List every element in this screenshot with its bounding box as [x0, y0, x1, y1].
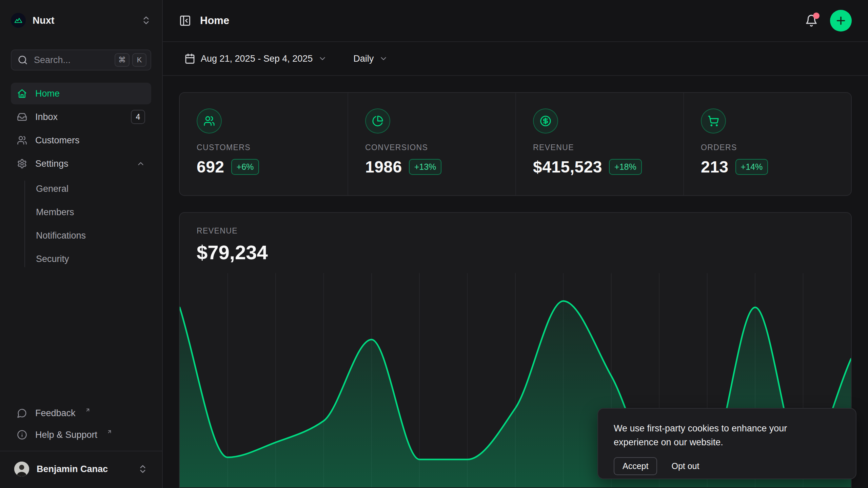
stat-label: CUSTOMERS — [197, 143, 331, 152]
stat-conversions[interactable]: CONVERSIONS 1986 +13% — [348, 93, 515, 195]
stat-delta-badge: +14% — [735, 159, 768, 175]
panel-left-close-icon — [179, 15, 191, 27]
chevrons-up-down-icon — [141, 15, 151, 25]
notification-dot — [813, 13, 820, 19]
inbox-icon — [17, 112, 27, 122]
sidebar: Nuxt ⌘ K — [0, 0, 163, 488]
search-input[interactable] — [33, 55, 109, 66]
sidebar-item-label: Home — [35, 88, 60, 99]
user-menu[interactable]: Benjamin Canac — [11, 457, 151, 481]
chevron-up-icon — [136, 159, 145, 168]
page-header: Home — [163, 0, 868, 42]
sidebar-item-general[interactable]: General — [11, 178, 151, 200]
external-link-icon — [85, 407, 91, 413]
stat-delta-badge: +6% — [231, 159, 259, 175]
sidebar-item-security[interactable]: Security — [11, 248, 151, 270]
page-title: Home — [200, 15, 229, 27]
stat-label: CONVERSIONS — [365, 143, 498, 152]
date-range-label: Aug 21, 2025 - Sep 4, 2025 — [201, 54, 313, 64]
stat-customers[interactable]: CUSTOMERS 692 +6% — [180, 93, 348, 195]
sidebar-item-inbox[interactable]: Inbox 4 — [11, 106, 151, 128]
sidebar-item-label: Settings — [35, 159, 68, 169]
chevron-down-icon — [318, 54, 327, 63]
sidebar-nav: Home Inbox 4 C — [11, 83, 151, 270]
sidebar-item-notifications[interactable]: Notifications — [11, 225, 151, 246]
calendar-icon — [184, 53, 195, 64]
period-label: Daily — [353, 54, 374, 64]
sidebar-item-label: General — [36, 184, 68, 194]
stat-revenue[interactable]: REVENUE $415,523 +18% — [515, 93, 683, 195]
feedback-label: Feedback — [35, 408, 76, 419]
avatar — [14, 462, 29, 476]
sidebar-item-settings[interactable]: Settings — [11, 153, 151, 175]
sidebar-item-label: Inbox — [35, 112, 58, 122]
inbox-count-badge: 4 — [131, 110, 145, 124]
help-support-link[interactable]: Help & Support — [11, 425, 151, 445]
period-select[interactable]: Daily — [348, 48, 393, 69]
pie-chart-icon — [365, 108, 390, 134]
search-box[interactable]: ⌘ K — [11, 49, 151, 70]
users-icon — [197, 108, 222, 134]
revenue-chart-label: REVENUE — [197, 226, 834, 236]
sidebar-collapse-button[interactable] — [179, 15, 191, 27]
workspace-selector[interactable]: Nuxt — [11, 9, 151, 31]
notifications-button[interactable] — [805, 14, 818, 27]
add-button[interactable] — [830, 10, 852, 32]
users-icon — [17, 135, 27, 145]
user-name: Benjamin Canac — [37, 464, 108, 474]
stat-orders[interactable]: ORDERS 213 +14% — [683, 93, 851, 195]
date-range-picker[interactable]: Aug 21, 2025 - Sep 4, 2025 — [179, 48, 332, 69]
gear-icon — [17, 159, 27, 169]
home-icon — [17, 88, 27, 99]
accept-button[interactable]: Accept — [614, 457, 657, 475]
chevron-down-icon — [379, 54, 388, 63]
search-shortcut: ⌘ K — [115, 53, 146, 67]
filters-toolbar: Aug 21, 2025 - Sep 4, 2025 Daily — [163, 42, 868, 76]
external-link-icon — [107, 429, 112, 434]
stat-label: ORDERS — [701, 143, 834, 152]
cookie-banner: We use first-party cookies to enhance yo… — [597, 408, 856, 479]
help-support-label: Help & Support — [35, 430, 97, 440]
stat-value: 692 — [197, 158, 224, 176]
kbd-k: K — [132, 53, 146, 67]
stat-delta-badge: +13% — [409, 159, 442, 175]
plus-icon — [835, 15, 847, 27]
chevrons-up-down-icon — [138, 464, 148, 474]
circle-dollar-icon — [533, 108, 558, 134]
stat-value: 1986 — [365, 158, 402, 176]
sidebar-item-customers[interactable]: Customers — [11, 129, 151, 151]
opt-out-button[interactable]: Opt out — [671, 461, 699, 471]
stat-delta-badge: +18% — [609, 159, 642, 175]
brand-name: Nuxt — [33, 15, 54, 26]
settings-subnav: General Members Notifications Security — [11, 178, 151, 270]
kbd-cmd: ⌘ — [115, 53, 130, 67]
sidebar-item-label: Security — [36, 254, 69, 264]
sidebar-item-home[interactable]: Home — [11, 83, 151, 104]
cookie-message: We use first-party cookies to enhance yo… — [614, 422, 821, 449]
stats-card: CUSTOMERS 692 +6% CONVERSIONS 1986 — [179, 92, 852, 196]
shopping-cart-icon — [701, 108, 726, 134]
stat-value: $415,523 — [533, 158, 602, 176]
sidebar-item-members[interactable]: Members — [11, 201, 151, 223]
sidebar-item-label: Customers — [35, 135, 80, 146]
sidebar-item-label: Members — [36, 207, 74, 218]
search-icon — [18, 55, 28, 65]
revenue-chart-value: $79,234 — [197, 241, 834, 264]
sidebar-footer: Feedback Help & Support — [11, 403, 151, 445]
feedback-link[interactable]: Feedback — [11, 403, 151, 423]
stat-value: 213 — [701, 158, 729, 176]
stat-label: REVENUE — [533, 143, 666, 152]
sidebar-divider — [0, 451, 162, 451]
sidebar-item-label: Notifications — [36, 230, 86, 241]
info-circle-icon — [17, 430, 27, 440]
chat-bubble-icon — [17, 408, 27, 418]
nuxt-logo-icon — [11, 13, 26, 28]
